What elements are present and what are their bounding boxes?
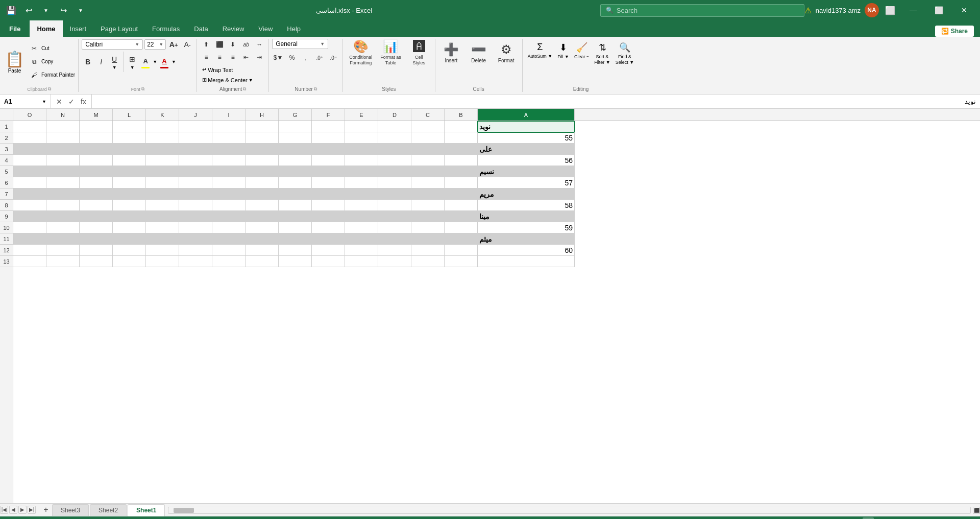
cell-D8[interactable] xyxy=(378,200,411,211)
cell-I10[interactable] xyxy=(212,222,246,233)
cell-A5[interactable]: نسیم xyxy=(478,166,575,177)
cell-O13[interactable] xyxy=(13,256,46,267)
cell-A10[interactable]: 59 xyxy=(478,222,575,233)
cell-O11[interactable] xyxy=(13,233,46,245)
cell-L6[interactable] xyxy=(113,177,146,188)
conditional-formatting-button[interactable]: 🎨 ConditionalFormatting xyxy=(346,39,375,66)
col-header-G[interactable]: G xyxy=(279,109,312,121)
indent-decrease-button[interactable]: ⇤ xyxy=(240,52,252,63)
cell-K3[interactable] xyxy=(146,144,179,155)
cell-D7[interactable] xyxy=(378,188,411,200)
horizontal-scrollbar[interactable] xyxy=(168,507,971,514)
cell-B7[interactable] xyxy=(445,188,478,200)
tab-sheet1[interactable]: Sheet1 xyxy=(128,504,165,516)
share-button[interactable]: 🔁 Share xyxy=(935,26,974,37)
cell-N5[interactable] xyxy=(46,166,80,177)
cell-D12[interactable] xyxy=(378,245,411,256)
cell-O8[interactable] xyxy=(13,200,46,211)
insert-function-button[interactable]: fx xyxy=(79,97,88,107)
copy-button[interactable]: ⧉ xyxy=(28,56,40,67)
cell-C9[interactable] xyxy=(411,211,445,222)
cell-C1[interactable] xyxy=(411,121,445,132)
cell-N12[interactable] xyxy=(46,245,80,256)
cell-E5[interactable] xyxy=(345,166,378,177)
cell-J12[interactable] xyxy=(179,245,212,256)
cell-F2[interactable] xyxy=(312,132,345,144)
sheet-scroll-prev[interactable]: ◀ xyxy=(9,506,17,514)
add-sheet-button[interactable]: + xyxy=(40,504,52,516)
cell-L12[interactable] xyxy=(113,245,146,256)
row-header-1[interactable]: 1 xyxy=(0,121,13,132)
cell-I9[interactable] xyxy=(212,211,246,222)
font-size-dropdown[interactable]: 22 ▼ xyxy=(144,39,166,50)
cell-E7[interactable] xyxy=(345,188,378,200)
cell-O7[interactable] xyxy=(13,188,46,200)
grid-wrapper[interactable]: 1 2 3 4 5 6 7 8 9 10 11 12 13 xyxy=(0,121,980,503)
row-header-13[interactable]: 13 xyxy=(0,256,13,267)
cell-G10[interactable] xyxy=(279,222,312,233)
cell-H13[interactable] xyxy=(246,256,279,267)
tab-home[interactable]: Home xyxy=(30,20,62,37)
align-middle-button[interactable]: ⬛ xyxy=(213,39,226,50)
cell-C13[interactable] xyxy=(411,256,445,267)
cell-N11[interactable] xyxy=(46,233,80,245)
name-box-arrow[interactable]: ▼ xyxy=(42,99,46,104)
cell-E4[interactable] xyxy=(345,155,378,166)
cell-E1[interactable] xyxy=(345,121,378,132)
cell-F8[interactable] xyxy=(312,200,345,211)
cell-G9[interactable] xyxy=(279,211,312,222)
cell-K6[interactable] xyxy=(146,177,179,188)
cell-O4[interactable] xyxy=(13,155,46,166)
cell-G4[interactable] xyxy=(279,155,312,166)
user-avatar[interactable]: NA xyxy=(865,3,879,17)
cell-A8[interactable]: 58 xyxy=(478,200,575,211)
cell-B8[interactable] xyxy=(445,200,478,211)
search-box[interactable]: 🔍 xyxy=(600,4,804,17)
row-header-6[interactable]: 6 xyxy=(0,177,13,188)
tab-review[interactable]: Review xyxy=(215,20,252,37)
cell-E9[interactable] xyxy=(345,211,378,222)
cell-A1[interactable]: نوید xyxy=(478,121,575,132)
cell-K11[interactable] xyxy=(146,233,179,245)
search-input[interactable] xyxy=(617,7,799,14)
cell-M13[interactable] xyxy=(80,256,113,267)
font-color-dropdown[interactable]: ▼ xyxy=(172,59,176,64)
sheet-scroll-first[interactable]: |◀ xyxy=(0,506,8,514)
cell-E12[interactable] xyxy=(345,245,378,256)
cell-K9[interactable] xyxy=(146,211,179,222)
align-bottom-button[interactable]: ⬇ xyxy=(227,39,239,50)
col-header-O[interactable]: O xyxy=(13,109,46,121)
confirm-formula-button[interactable]: ✓ xyxy=(66,97,77,107)
cell-C8[interactable] xyxy=(411,200,445,211)
cell-H12[interactable] xyxy=(246,245,279,256)
cell-B10[interactable] xyxy=(445,222,478,233)
merge-center-button[interactable]: ⊞ Merge & Center ▼ xyxy=(200,76,255,84)
cell-I7[interactable] xyxy=(212,188,246,200)
alignment-expand-icon[interactable]: ⧉ xyxy=(243,86,246,92)
fill-color-dropdown[interactable]: ▼ xyxy=(153,59,157,64)
cell-A13[interactable] xyxy=(478,256,575,267)
cell-L3[interactable] xyxy=(113,144,146,155)
cell-F1[interactable] xyxy=(312,121,345,132)
ribbon-display-button[interactable]: ⬜ xyxy=(883,3,897,17)
cell-D6[interactable] xyxy=(378,177,411,188)
cell-F5[interactable] xyxy=(312,166,345,177)
fill-button[interactable]: ⬇ Fill ▼ xyxy=(555,41,571,60)
cell-A9[interactable]: مینا xyxy=(478,211,575,222)
decrease-decimal-button[interactable]: .0⁻ xyxy=(327,52,339,63)
text-orientation-button[interactable]: ab xyxy=(240,39,252,50)
cell-H4[interactable] xyxy=(246,155,279,166)
cell-N2[interactable] xyxy=(46,132,80,144)
col-header-E[interactable]: E xyxy=(345,109,378,121)
cut-button[interactable]: ✂ xyxy=(28,43,40,54)
cell-A2[interactable]: 55 xyxy=(478,132,575,144)
currency-button[interactable]: $▼ xyxy=(272,52,284,63)
cell-N6[interactable] xyxy=(46,177,80,188)
sheet-scroll-next[interactable]: ▶ xyxy=(18,506,27,514)
font-expand-icon[interactable]: ⧉ xyxy=(141,86,144,92)
cell-L11[interactable] xyxy=(113,233,146,245)
cell-F11[interactable] xyxy=(312,233,345,245)
col-header-N[interactable]: N xyxy=(46,109,80,121)
cell-J1[interactable] xyxy=(179,121,212,132)
cell-O2[interactable] xyxy=(13,132,46,144)
